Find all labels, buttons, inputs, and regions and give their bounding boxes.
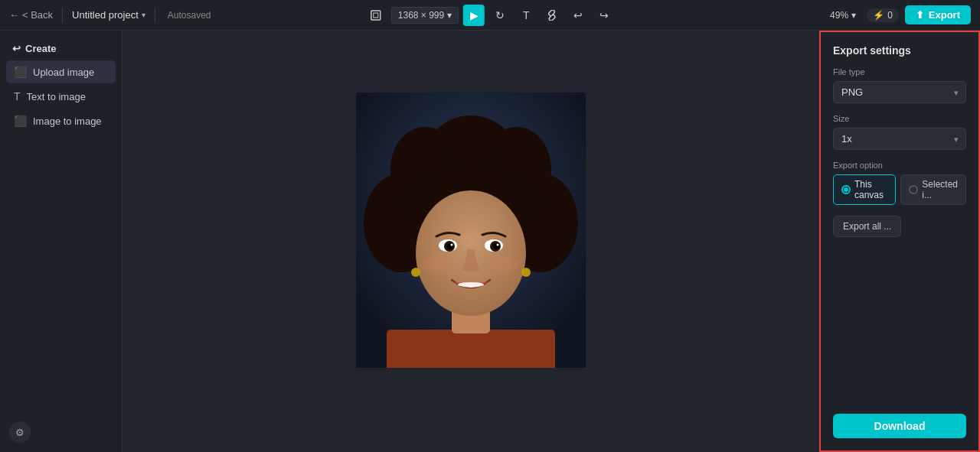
- canvas-size-value: 1368 × 999: [398, 10, 444, 21]
- export-button[interactable]: ⬆ Export: [905, 5, 971, 24]
- zoom-value: 49%: [830, 10, 848, 21]
- sidebar-item-upload-image-label: Upload image: [33, 67, 94, 78]
- svg-point-30: [411, 268, 420, 277]
- selected-radio-icon: [909, 185, 918, 194]
- zoom-control[interactable]: 49% ▾: [825, 8, 861, 23]
- export-panel: Export settings File type PNG JPG SVG PD…: [819, 31, 980, 452]
- canvas-area[interactable]: [122, 31, 819, 452]
- export-label: Export: [929, 9, 960, 21]
- svg-rect-0: [371, 11, 381, 20]
- export-option-label: Export option: [833, 161, 966, 170]
- size-select[interactable]: 0.5x 1x 2x 3x 4x: [833, 128, 966, 150]
- svg-point-26: [451, 243, 453, 246]
- svg-point-13: [418, 170, 439, 191]
- svg-point-15: [485, 152, 503, 171]
- autosaved-status: Autosaved: [168, 10, 211, 21]
- zoom-chevron-icon: ▾: [851, 10, 856, 21]
- sidebar-item-image-to-image-label: Image to image: [33, 115, 102, 127]
- upload-image-icon: ⬛: [14, 66, 27, 78]
- svg-point-14: [439, 152, 457, 171]
- svg-point-16: [502, 170, 524, 191]
- file-type-select-wrapper: PNG JPG SVG PDF: [833, 81, 966, 103]
- image-to-image-icon: ⬛: [14, 115, 27, 127]
- play-icon[interactable]: ▶: [463, 5, 485, 26]
- project-title[interactable]: Untitled project: [72, 9, 139, 21]
- back-label: < Back: [22, 9, 53, 21]
- undo-icon[interactable]: ↩: [567, 5, 589, 26]
- svg-point-28: [423, 257, 450, 272]
- file-type-select[interactable]: PNG JPG SVG PDF: [833, 81, 966, 103]
- sidebar-item-text-to-image[interactable]: T Text to image: [6, 85, 116, 108]
- size-select-wrapper: 0.5x 1x 2x 3x 4x: [833, 128, 966, 150]
- this-canvas-label: This canvas: [854, 179, 887, 200]
- layer-counter-icon: ⚡: [873, 10, 884, 21]
- this-canvas-option[interactable]: This canvas: [833, 174, 896, 205]
- svg-point-29: [492, 257, 519, 272]
- export-all-button[interactable]: Export all ...: [833, 216, 901, 237]
- left-sidebar: ↩ Create ⬛ Upload image T Text to image …: [0, 31, 122, 452]
- create-label: ↩ Create: [6, 38, 116, 59]
- back-arrow-icon: ←: [9, 9, 19, 21]
- selected-option[interactable]: Selected i...: [900, 174, 966, 205]
- rotate-icon[interactable]: ↻: [489, 5, 511, 26]
- radio-dot-inner: [844, 187, 848, 192]
- export-all-label: Export all ...: [843, 221, 891, 232]
- header-divider-1: [62, 8, 63, 23]
- layer-counter-value: 0: [887, 10, 893, 21]
- svg-point-17: [514, 186, 542, 213]
- canvas-size-chevron-icon: ▾: [447, 10, 452, 21]
- export-icon: ⬆: [916, 9, 924, 21]
- header-divider-2: [155, 8, 155, 23]
- project-title-chevron-icon[interactable]: ▾: [142, 11, 145, 19]
- canvas-size-button[interactable]: 1368 × 999 ▾: [391, 7, 459, 24]
- svg-point-27: [497, 243, 499, 246]
- layer-counter[interactable]: ⚡ 0: [867, 8, 899, 22]
- download-button[interactable]: Download: [833, 414, 966, 438]
- sidebar-item-text-to-image-label: Text to image: [27, 91, 86, 102]
- download-label: Download: [874, 420, 926, 432]
- svg-rect-1: [374, 13, 378, 18]
- sidebar-item-image-to-image[interactable]: ⬛ Image to image: [6, 109, 116, 132]
- this-canvas-radio-icon: [841, 185, 851, 194]
- file-type-section: File type PNG JPG SVG PDF: [833, 67, 966, 103]
- redo-icon[interactable]: ↪: [593, 5, 615, 26]
- svg-point-31: [521, 268, 531, 277]
- export-options-row: This canvas Selected i...: [833, 174, 966, 205]
- size-section: Size 0.5x 1x 2x 3x 4x: [833, 114, 966, 150]
- svg-rect-4: [387, 330, 555, 368]
- canvas-image: [356, 93, 586, 368]
- settings-icon[interactable]: ⚙: [9, 421, 31, 443]
- size-label: Size: [833, 114, 966, 123]
- export-settings-title: Export settings: [833, 44, 966, 57]
- frame-icon[interactable]: [365, 5, 387, 26]
- sidebar-item-upload-image[interactable]: ⬛ Upload image: [6, 60, 116, 83]
- file-type-label: File type: [833, 67, 966, 76]
- svg-point-12: [400, 186, 427, 213]
- text-icon[interactable]: T: [515, 5, 537, 26]
- create-arrow-icon: ↩: [12, 43, 21, 54]
- top-header: ← < Back Untitled project ▾ Autosaved 13…: [0, 0, 980, 31]
- text-to-image-icon: T: [14, 90, 21, 102]
- link-icon[interactable]: [541, 5, 563, 26]
- create-label-text: Create: [25, 43, 56, 54]
- export-option-section: Export option This canvas Selected i...: [833, 161, 966, 205]
- header-right-area: 49% ▾ ⚡ 0 ⬆ Export: [825, 5, 971, 24]
- selected-label: Selected i...: [922, 179, 958, 200]
- main-layout: ↩ Create ⬛ Upload image T Text to image …: [0, 31, 980, 452]
- back-button[interactable]: ← < Back: [9, 9, 53, 21]
- center-toolbar: 1368 × 999 ▾ ▶ ↻ T ↩ ↪: [365, 5, 615, 26]
- svg-point-18: [459, 138, 483, 162]
- project-title-area: Untitled project ▾: [72, 9, 145, 21]
